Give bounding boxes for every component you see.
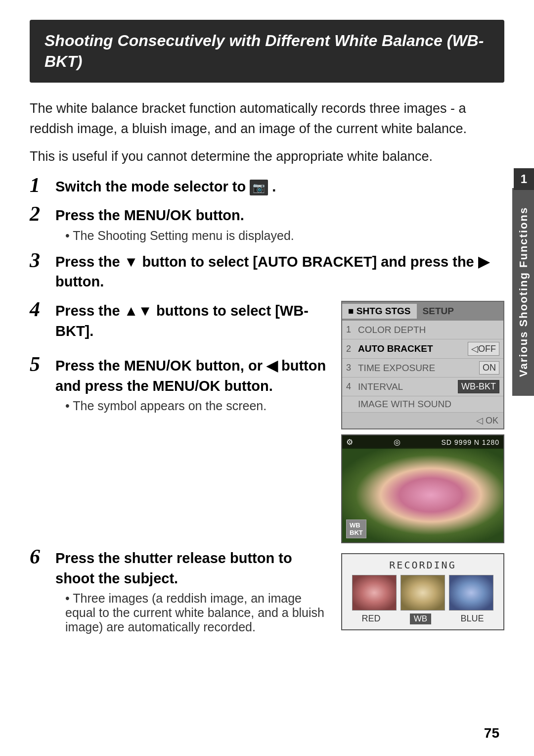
sidebar-tab: Various Shooting Functions — [512, 188, 534, 396]
step-1-title: Switch the mode selector to 📷 . — [55, 177, 504, 197]
camera-menu: ■ SHTG STGS SETUP 1 COLOR DEPTH 2 AUTO B… — [341, 301, 504, 429]
step-6-left: 6 Press the shutter release button to sh… — [30, 548, 331, 643]
step-5-title: Press the MENU/OK button, or ◀ button an… — [55, 356, 331, 396]
camera-viewfinder: ⚙ ◎ SD 9999 N 1280 WBBKT — [341, 434, 504, 543]
menu-tab-setup: SETUP — [417, 304, 460, 319]
steps-4-5-images: ■ SHTG STGS SETUP 1 COLOR DEPTH 2 AUTO B… — [341, 301, 504, 543]
step-3-title: Press the ▼ button to select [AUTO BRACK… — [55, 252, 504, 292]
menu-row-2: 2 AUTO BRACKET ◁OFF — [342, 339, 503, 359]
label-blue: BLUE — [460, 614, 484, 624]
step-2: 2 Press the MENU/OK button. The Shooting… — [30, 205, 504, 243]
steps-4-5-container: 4 Press the ▲▼ buttons to select [WB-BKT… — [30, 301, 504, 543]
step-2-sub: The Shooting Setting menu is displayed. — [55, 229, 504, 243]
recording-section: RECORDING RED WB BLUE — [341, 553, 504, 630]
intro-para-2: This is useful if you cannot determine t… — [30, 146, 504, 167]
step-6-number: 6 — [30, 546, 55, 567]
thumb-red — [352, 575, 397, 611]
vf-top-bar: ⚙ ◎ SD 9999 N 1280 — [342, 435, 503, 449]
step-5: 5 Press the MENU/OK button, or ◀ button … — [30, 356, 331, 413]
step-3-content: Press the ▼ button to select [AUTO BRACK… — [55, 252, 504, 292]
menu-row-3: 3 TIME EXPOSURE ON — [342, 359, 503, 378]
step-6-title: Press the shutter release button to shoo… — [55, 548, 331, 588]
sidebar-tab-label: Various Shooting Functions — [517, 207, 530, 377]
step-1-content: Switch the mode selector to 📷 . — [55, 177, 504, 197]
vf-indicator: SD 9999 N 1280 — [441, 438, 499, 446]
vf-flower-bg — [342, 448, 503, 542]
menu-row-4: 4 INTERVAL WB-BKT — [342, 378, 503, 396]
step-3-number: 3 — [30, 250, 55, 271]
step-3: 3 Press the ▼ button to select [AUTO BRA… — [30, 252, 504, 292]
recording-images — [347, 575, 498, 611]
step-4: 4 Press the ▲▼ buttons to select [WB-BKT… — [30, 301, 331, 341]
page-title: Shooting Consecutively with Different Wh… — [44, 31, 490, 72]
step-6-sub: Three images (a reddish image, an image … — [55, 591, 331, 634]
wb-bkt-badge: WBBKT — [346, 520, 366, 538]
menu-footer: ◁ OK — [342, 413, 503, 428]
label-wb: WB — [410, 614, 431, 624]
step-5-sub: The symbol appears on the screen. — [55, 399, 331, 413]
thumb-wb — [400, 575, 445, 611]
step-6: 6 Press the shutter release button to sh… — [30, 548, 331, 634]
step-5-content: Press the MENU/OK button, or ◀ button an… — [55, 356, 331, 413]
camera-icon: 📷 — [250, 180, 268, 195]
step-2-number: 2 — [30, 203, 55, 224]
step-4-number: 4 — [30, 299, 55, 320]
header-banner: Shooting Consecutively with Different Wh… — [30, 20, 504, 83]
step-1-title-period: . — [272, 179, 276, 194]
step-1-title-text: Switch the mode selector to — [55, 179, 250, 194]
step-4-title: Press the ▲▼ buttons to select [WB-BKT]. — [55, 301, 331, 341]
thumb-blue — [449, 575, 493, 611]
recording-label: RECORDING — [347, 559, 498, 571]
label-red: RED — [362, 614, 381, 624]
step-4-content: Press the ▲▼ buttons to select [WB-BKT]. — [55, 301, 331, 341]
step-6-right: RECORDING RED WB BLUE — [341, 548, 504, 643]
step-2-content: Press the MENU/OK button. The Shooting S… — [55, 205, 504, 243]
step-6-content: Press the shutter release button to shoo… — [55, 548, 331, 634]
vf-settings-icon: ⚙ — [346, 437, 353, 447]
step-2-title: Press the MENU/OK button. — [55, 205, 504, 226]
page-container: Shooting Consecutively with Different Wh… — [0, 0, 534, 756]
page-number: 75 — [484, 725, 499, 741]
chapter-marker: 1 — [514, 168, 534, 190]
steps-container: 1 Switch the mode selector to 📷 . 2 Pres… — [30, 177, 504, 644]
vf-center-icon: ◎ — [394, 437, 400, 447]
step-1-number: 1 — [30, 175, 55, 195]
step-5-number: 5 — [30, 354, 55, 375]
menu-header: ■ SHTG STGS SETUP — [342, 302, 503, 321]
step-6-container: 6 Press the shutter release button to sh… — [30, 548, 504, 643]
menu-row-5: IMAGE WITH SOUND — [342, 396, 503, 413]
menu-tab-shtg: ■ SHTG STGS — [342, 304, 417, 319]
menu-row-1: 1 COLOR DEPTH — [342, 321, 503, 339]
intro-para-1: The white balance bracket function autom… — [30, 98, 504, 139]
step-1: 1 Switch the mode selector to 📷 . — [30, 177, 504, 197]
steps-4-5-left: 4 Press the ▲▼ buttons to select [WB-BKT… — [30, 301, 331, 543]
recording-labels: RED WB BLUE — [347, 614, 498, 624]
